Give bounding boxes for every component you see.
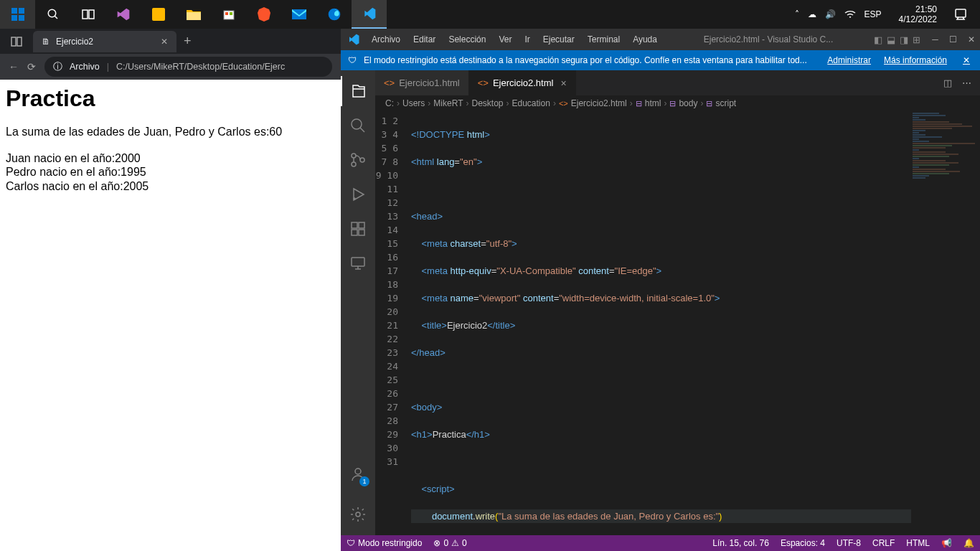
- svg-rect-13: [17, 37, 22, 46]
- svg-point-20: [354, 198, 355, 199]
- breadcrumbs[interactable]: C:› Users› MikeRT› Desktop› Education› <…: [375, 95, 980, 111]
- info-icon: ⓘ: [53, 61, 62, 73]
- svg-rect-11: [956, 9, 966, 17]
- search-activity-icon[interactable]: [341, 110, 375, 141]
- feedback-icon[interactable]: 📢: [936, 538, 958, 548]
- restricted-mode-status[interactable]: 🛡Modo restringido: [341, 535, 428, 551]
- menu-seleccion[interactable]: Selección: [443, 32, 491, 47]
- menu-ejecutar[interactable]: Ejecutar: [537, 32, 580, 47]
- ms-store-icon[interactable]: [211, 0, 246, 29]
- address-bar[interactable]: ⓘ Archivo | C:/Users/MikeRT/Desktop/Educ…: [44, 57, 332, 77]
- windows-taskbar: ˄ ☁ 🔊 ESP 21:50 4/12/2022: [0, 0, 980, 29]
- browser-tab-active[interactable]: 🗎 Ejercicio2 ✕: [33, 31, 176, 52]
- close-window-button[interactable]: ✕: [962, 29, 980, 50]
- svg-point-0: [48, 9, 56, 17]
- accounts-icon[interactable]: 1: [341, 459, 375, 489]
- tabs-menu-icon[interactable]: [6, 31, 27, 52]
- onedrive-icon[interactable]: ☁: [808, 9, 816, 19]
- svg-rect-25: [352, 258, 364, 266]
- svg-rect-22: [352, 230, 357, 235]
- svg-rect-24: [359, 222, 364, 228]
- menu-ver[interactable]: Ver: [493, 32, 517, 47]
- vscode-taskbar-icon[interactable]: [352, 0, 387, 29]
- close-tab-icon[interactable]: ×: [557, 77, 566, 89]
- start-button[interactable]: [0, 0, 35, 29]
- edge-icon[interactable]: [316, 0, 352, 29]
- error-icon: ⊗: [433, 538, 440, 548]
- svg-line-1: [55, 16, 57, 19]
- app-icon-1[interactable]: [141, 0, 176, 29]
- carlos-text: Carlos nacio en el año:2005: [6, 179, 335, 193]
- banner-manage-link[interactable]: Administrar: [827, 55, 871, 65]
- more-actions-icon[interactable]: ⋯: [962, 77, 971, 88]
- settings-gear-icon[interactable]: [341, 499, 375, 529]
- panel-bottom-icon[interactable]: ⬓: [887, 34, 895, 45]
- browser-tabstrip: 🗎 Ejercicio2 ✕ +: [0, 29, 341, 54]
- svg-rect-8: [230, 12, 232, 15]
- minimize-button[interactable]: ─: [926, 29, 944, 50]
- notifications-bell-icon[interactable]: 🔔: [958, 538, 980, 548]
- svg-rect-3: [89, 10, 94, 19]
- chevron-up-icon[interactable]: ˄: [795, 9, 799, 19]
- svg-line-15: [360, 128, 364, 132]
- editor-actions: ◫ ⋯: [935, 70, 980, 95]
- notifications-icon[interactable]: [948, 0, 973, 29]
- file-explorer-icon[interactable]: [176, 0, 211, 29]
- problems-status[interactable]: ⊗0⚠0: [428, 535, 472, 551]
- system-tray[interactable]: ˄ ☁ 🔊 ESP: [789, 9, 887, 19]
- taskbar-date: 4/12/2022: [899, 14, 937, 24]
- maximize-button[interactable]: ☐: [944, 29, 962, 50]
- language-indicator[interactable]: ESP: [864, 9, 882, 19]
- svg-point-16: [352, 154, 356, 158]
- source-control-icon[interactable]: [341, 145, 375, 175]
- language-mode[interactable]: HTML: [900, 538, 936, 548]
- brave-icon[interactable]: [246, 0, 281, 29]
- code-editor[interactable]: 1 2 3 4 5 6 7 8 9 10 11 12 13 14 15 16 1…: [375, 111, 980, 535]
- extensions-icon[interactable]: [341, 214, 375, 244]
- new-tab-button[interactable]: +: [176, 34, 199, 49]
- panel-left-icon[interactable]: ◧: [874, 34, 882, 45]
- close-tab-icon[interactable]: ✕: [161, 37, 168, 47]
- search-icon[interactable]: [35, 0, 70, 29]
- reload-button[interactable]: ⟳: [27, 61, 36, 72]
- tab-ejercicio1[interactable]: <>Ejercicio1.html: [375, 70, 469, 95]
- restricted-mode-banner: 🛡 El modo restringido está destinado a l…: [341, 50, 980, 70]
- sum-text: La suma de las edades de Juan, Pedro y C…: [6, 125, 335, 138]
- shield-icon: 🛡: [347, 538, 355, 548]
- close-banner-icon[interactable]: ✕: [960, 55, 973, 65]
- menu-ir[interactable]: Ir: [519, 32, 535, 47]
- volume-icon[interactable]: 🔊: [825, 9, 836, 19]
- svg-rect-23: [359, 230, 364, 235]
- cursor-position[interactable]: Lín. 15, col. 76: [707, 538, 775, 548]
- run-debug-icon[interactable]: [341, 179, 375, 209]
- mail-icon[interactable]: [281, 0, 316, 29]
- layout-controls: ◧ ⬓ ◨ ⊞: [874, 34, 926, 45]
- editor-tabs: <>Ejercicio1.html <>Ejercicio2.html× ◫ ⋯: [375, 70, 980, 95]
- remote-icon[interactable]: [341, 248, 375, 278]
- eol-status[interactable]: CRLF: [867, 538, 900, 548]
- explorer-icon[interactable]: [341, 76, 375, 106]
- browser-window: 🗎 Ejercicio2 ✕ + ← ⟳ ⓘ Archivo | C:/User…: [0, 29, 341, 551]
- accounts-badge: 1: [359, 476, 369, 486]
- layout-grid-icon[interactable]: ⊞: [913, 34, 920, 45]
- url-path: C:/Users/MikeRT/Desktop/Education/Ejerc: [116, 62, 285, 72]
- code-content[interactable]: <!DOCTYPE html> <html lang="en"> <head> …: [411, 111, 911, 535]
- taskbar-time: 21:50: [899, 4, 937, 14]
- split-editor-icon[interactable]: ◫: [943, 77, 952, 88]
- visual-studio-icon[interactable]: [105, 0, 141, 29]
- menu-terminal[interactable]: Terminal: [582, 32, 626, 47]
- banner-info-link[interactable]: Más información: [884, 55, 947, 65]
- minimap[interactable]: [911, 111, 980, 535]
- indentation-status[interactable]: Espacios: 4: [775, 538, 831, 548]
- task-view-icon[interactable]: [70, 0, 105, 29]
- svg-rect-5: [187, 12, 201, 20]
- encoding-status[interactable]: UTF-8: [831, 538, 867, 548]
- menu-ayuda[interactable]: Ayuda: [627, 32, 663, 47]
- menu-editar[interactable]: Editar: [407, 32, 441, 47]
- panel-right-icon[interactable]: ◨: [900, 34, 908, 45]
- back-button[interactable]: ←: [9, 61, 19, 72]
- menu-archivo[interactable]: Archivo: [366, 32, 406, 47]
- taskbar-clock[interactable]: 21:50 4/12/2022: [893, 4, 943, 25]
- wifi-icon[interactable]: [844, 10, 856, 19]
- tab-ejercicio2[interactable]: <>Ejercicio2.html×: [469, 70, 576, 95]
